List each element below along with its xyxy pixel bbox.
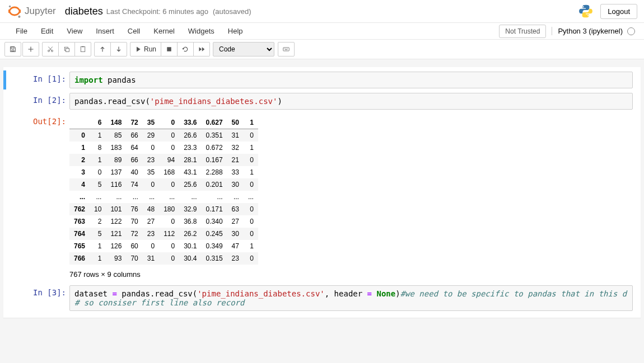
autosaved-text: (autosaved): [213, 7, 251, 16]
insert-cell-button[interactable]: [22, 42, 39, 56]
paste-button[interactable]: [74, 42, 91, 56]
arrow-down-icon: [115, 46, 122, 53]
move-down-button[interactable]: [110, 42, 127, 56]
checkpoint-text: Last Checkpoint: 6 minutes ago: [106, 7, 208, 16]
copy-icon: [63, 46, 70, 53]
menu-edit[interactable]: Edit: [34, 23, 60, 39]
svg-rect-10: [167, 47, 171, 51]
notebook-title[interactable]: diabetes: [65, 6, 103, 17]
cut-button[interactable]: [42, 42, 59, 56]
output-prompt: Out[2]:: [11, 114, 69, 281]
move-up-button[interactable]: [94, 42, 111, 56]
restart-icon: [182, 46, 189, 53]
command-palette-button[interactable]: [278, 42, 295, 56]
copy-button[interactable]: [58, 42, 75, 56]
logo-text: Jupyter: [25, 6, 56, 17]
dataframe-caption: 767 rows × 9 columns: [69, 270, 633, 279]
svg-point-2: [583, 6, 584, 7]
menu-kernel[interactable]: Kernel: [147, 23, 181, 39]
input-prompt: In [2]:: [11, 93, 69, 110]
save-button[interactable]: [4, 42, 21, 56]
play-icon: [135, 46, 142, 53]
svg-rect-11: [283, 48, 290, 51]
restart-button[interactable]: [177, 42, 194, 56]
plus-icon: [27, 46, 34, 53]
interrupt-button[interactable]: [161, 42, 178, 56]
keyboard-icon: [283, 46, 290, 53]
paste-icon: [80, 46, 86, 53]
toolbar: Run Code: [0, 40, 644, 59]
input-prompt: In [3]:: [11, 285, 69, 311]
trust-button[interactable]: Not Trusted: [499, 25, 546, 38]
svg-point-3: [587, 15, 589, 16]
logout-button[interactable]: Logout: [600, 4, 637, 19]
svg-point-1: [18, 16, 20, 18]
svg-point-0: [9, 6, 11, 8]
menu-cell[interactable]: Cell: [121, 23, 147, 39]
celltype-select[interactable]: Code: [213, 42, 274, 56]
kernel-status-icon: [627, 27, 635, 35]
run-button[interactable]: Run: [130, 42, 161, 56]
run-label: Run: [144, 45, 156, 53]
menu-help[interactable]: Help: [221, 23, 250, 39]
code-input[interactable]: pandas.read_csv('pime_indians_diabetes.c…: [69, 93, 633, 110]
cut-icon: [47, 46, 54, 53]
menu-widgets[interactable]: Widgets: [181, 23, 221, 39]
code-cell-1[interactable]: In [1]: import pandas: [3, 70, 641, 89]
menu-file[interactable]: File: [9, 23, 34, 39]
fast-forward-icon: [198, 46, 205, 53]
jupyter-icon: [7, 3, 22, 19]
svg-rect-8: [81, 47, 85, 52]
svg-rect-7: [66, 49, 69, 52]
code-input[interactable]: dataset = pandas.read_csv('pime_indians_…: [69, 285, 633, 311]
jupyter-logo[interactable]: Jupyter: [7, 3, 56, 19]
kernel-indicator[interactable]: Python 3 (ipykernel): [552, 27, 635, 35]
code-cell-2[interactable]: In [2]: pandas.read_csv('pime_indians_di…: [3, 92, 641, 111]
svg-rect-9: [82, 46, 84, 48]
arrow-up-icon: [99, 46, 106, 53]
menu-insert[interactable]: Insert: [89, 23, 121, 39]
menubar: File Edit View Insert Cell Kernel Widget…: [0, 23, 644, 40]
save-icon: [10, 46, 16, 53]
notebook: In [1]: import pandas In [2]: pandas.rea…: [3, 67, 641, 318]
output-cell-2: Out[2]: 61487235033.60.62750101856629026…: [3, 113, 641, 282]
menu-view[interactable]: View: [60, 23, 89, 39]
header: Jupyter diabetes Last Checkpoint: 6 minu…: [0, 0, 644, 23]
dataframe-table: 61487235033.60.62750101856629026.60.3513…: [69, 116, 258, 265]
python-icon: [578, 3, 594, 19]
code-input[interactable]: import pandas: [69, 72, 633, 88]
input-prompt: In [1]:: [11, 72, 69, 88]
kernel-name: Python 3 (ipykernel): [558, 27, 623, 35]
dataframe-output: 61487235033.60.62750101856629026.60.3513…: [69, 114, 633, 281]
restart-run-all-button[interactable]: [193, 42, 210, 56]
stop-icon: [166, 46, 172, 53]
notebook-container: In [1]: import pandas In [2]: pandas.rea…: [0, 59, 644, 363]
code-cell-3[interactable]: In [3]: dataset = pandas.read_csv('pime_…: [3, 284, 641, 312]
